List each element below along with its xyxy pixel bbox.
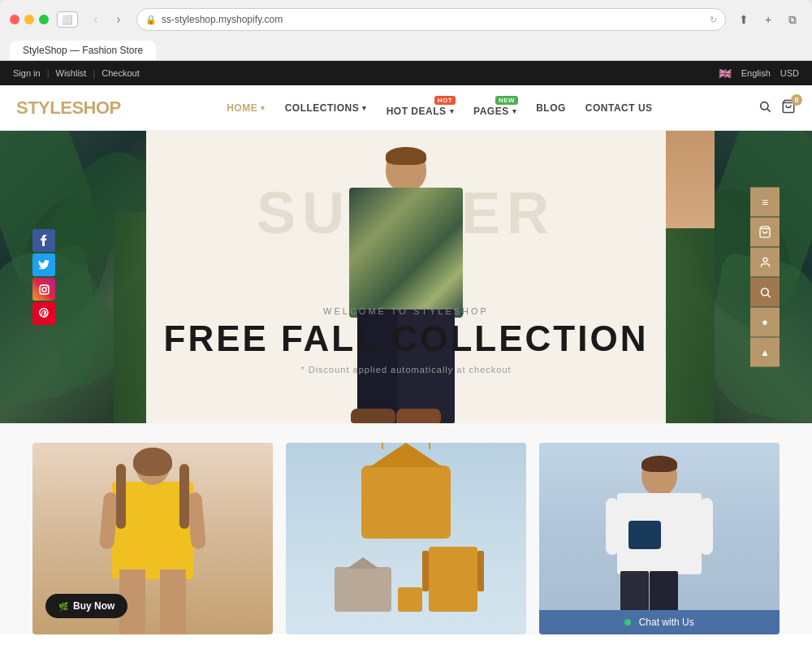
nav-icons: 0 xyxy=(758,99,796,117)
forward-button[interactable]: › xyxy=(109,10,128,29)
nav-label-hot-deals: HOT DEALS xyxy=(387,106,447,117)
buy-now-button[interactable]: 🌿 Buy Now xyxy=(45,594,127,618)
bags-row xyxy=(335,547,477,612)
logo-part2: SHOP xyxy=(71,97,120,118)
wishlist-link[interactable]: Wishlist xyxy=(56,68,87,78)
sidebar-toggle-button[interactable]: ⬜ xyxy=(57,11,78,28)
new-tab-button[interactable]: + xyxy=(758,10,778,29)
fullscreen-window-button[interactable] xyxy=(39,15,49,24)
right-menu-cart[interactable] xyxy=(750,218,780,247)
tabs-overview-button[interactable]: ⧉ xyxy=(783,10,802,29)
right-menu-list[interactable]: ≡ xyxy=(750,188,780,217)
share-button[interactable]: ⬆ xyxy=(734,10,754,29)
logo-part1: STYLE xyxy=(16,97,71,118)
svg-line-9 xyxy=(767,294,770,297)
checkout-link[interactable]: Checkout xyxy=(102,68,139,78)
svg-point-7 xyxy=(763,258,767,262)
chat-button[interactable]: Chat with Us xyxy=(539,610,780,634)
nav-item-collections[interactable]: COLLECTIONS ▾ xyxy=(277,97,375,119)
svg-line-1 xyxy=(767,109,771,112)
nav-item-pages[interactable]: New PAGES ▾ xyxy=(465,94,525,122)
main-navigation: STYLESHOP HOME ▾ COLLECTIONS ▾ Hot HOT D… xyxy=(0,85,812,131)
svg-point-5 xyxy=(46,286,48,288)
instagram-button[interactable] xyxy=(32,278,55,301)
new-badge: New xyxy=(495,96,518,105)
top-bar: Sign in | Wishlist | Checkout 🇬🇧 English… xyxy=(0,61,812,85)
lock-icon: 🔒 xyxy=(145,15,157,25)
sign-in-link[interactable]: Sign in xyxy=(13,68,41,78)
pinterest-button[interactable] xyxy=(32,302,55,325)
language-selector[interactable]: English xyxy=(741,68,771,78)
browser-chrome: ⬜ ‹ › 🔒 ss-styleshop.myshopify.com ↻ ⬆ +… xyxy=(0,0,812,61)
nav-item-contact[interactable]: CONTACT US xyxy=(577,97,661,119)
nav-label-home: HOME xyxy=(227,102,257,114)
chevron-down-icon: ▾ xyxy=(362,104,367,112)
facebook-button[interactable] xyxy=(32,229,55,252)
cart-button[interactable]: 0 xyxy=(781,99,796,117)
chat-label: Chat with Us xyxy=(639,617,694,628)
nav-label-blog: BLOG xyxy=(536,102,566,114)
close-window-button[interactable] xyxy=(10,15,19,24)
site-content: Sign in | Wishlist | Checkout 🇬🇧 English… xyxy=(0,61,812,658)
hero-banner: SUMMER WELCOME TO STYLESHOP FREE FALL xyxy=(0,131,812,423)
logo[interactable]: STYLESHOP xyxy=(16,97,121,119)
hero-welcome-text: WELCOME TO STYLESHOP xyxy=(0,306,812,316)
right-menu-top[interactable]: ▲ xyxy=(750,338,780,367)
nav-label-collections: COLLECTIONS xyxy=(285,102,360,114)
traffic-lights xyxy=(10,15,49,24)
currency-selector[interactable]: USD xyxy=(780,68,799,78)
buy-now-label: Buy Now xyxy=(73,600,114,612)
nav-label-contact: CONTACT US xyxy=(585,102,653,114)
product-card-bags[interactable] xyxy=(286,443,526,634)
hero-text: WELCOME TO STYLESHOP FREE FALL COLLECTIO… xyxy=(0,306,812,374)
hero-subtitle: * Discount applied automatically at chec… xyxy=(0,365,812,374)
product-card-women[interactable]: 🌿 Buy Now xyxy=(32,443,273,634)
separator-2: | xyxy=(93,68,95,78)
svg-point-8 xyxy=(761,288,768,296)
svg-point-4 xyxy=(42,288,46,292)
flag-icon: 🇬🇧 xyxy=(719,67,732,80)
right-menu-dot[interactable]: • xyxy=(750,308,780,337)
nav-item-hot-deals[interactable]: Hot HOT DEALS ▾ xyxy=(378,94,462,122)
cart-count: 0 xyxy=(791,94,802,106)
minimize-window-button[interactable] xyxy=(24,15,34,24)
hero-figure xyxy=(333,147,479,423)
nav-item-home[interactable]: HOME ▾ xyxy=(218,97,274,119)
chevron-down-icon: ▾ xyxy=(512,107,517,115)
nav-item-blog[interactable]: BLOG xyxy=(528,97,574,119)
search-button[interactable] xyxy=(758,100,771,116)
social-sidebar xyxy=(32,229,55,325)
right-menu-search[interactable] xyxy=(750,278,780,307)
chat-online-dot xyxy=(624,619,631,626)
product-card-men[interactable]: Chat with Us xyxy=(539,443,780,634)
right-menu-user[interactable] xyxy=(750,248,780,277)
address-bar[interactable]: 🔒 ss-styleshop.myshopify.com ↻ xyxy=(136,8,726,31)
back-button[interactable]: ‹ xyxy=(86,10,106,29)
nav-label-pages: PAGES xyxy=(473,106,509,117)
chevron-down-icon: ▾ xyxy=(450,107,455,115)
active-tab[interactable]: StyleShop — Fashion Store xyxy=(10,41,156,60)
bags-display xyxy=(286,443,526,634)
url-text: ss-styleshop.myshopify.com xyxy=(162,14,283,25)
twitter-button[interactable] xyxy=(32,253,55,276)
chevron-down-icon: ▾ xyxy=(261,104,266,112)
hot-badge: Hot xyxy=(434,96,456,105)
right-floating-menu: ≡ • ▲ xyxy=(750,188,780,367)
men-figure xyxy=(603,456,716,634)
main-bag xyxy=(361,465,451,539)
nav-links: HOME ▾ COLLECTIONS ▾ Hot HOT DEALS ▾ New xyxy=(218,94,660,122)
separator-1: | xyxy=(47,68,50,78)
reload-icon[interactable]: ↻ xyxy=(710,15,717,25)
hero-title: FREE FALL COLLECTION xyxy=(0,321,812,357)
browser-window: ⬜ ‹ › 🔒 ss-styleshop.myshopify.com ↻ ⬆ +… xyxy=(0,0,812,658)
products-section: 🌿 Buy Now xyxy=(0,423,812,634)
leaf-icon: 🌿 xyxy=(58,602,68,611)
svg-point-0 xyxy=(761,102,768,109)
